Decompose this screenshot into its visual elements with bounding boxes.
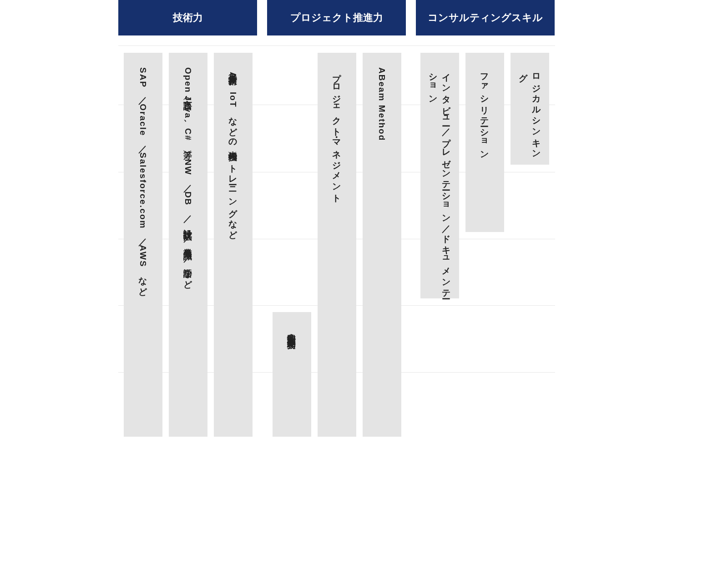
header-project: プロジェクト推進力 xyxy=(267,0,406,35)
grid-area: SAP ／ Oracle ／ Salesforce.com ／ AWS など O… xyxy=(118,35,555,454)
pillar-logical: ロジカルシンキング xyxy=(511,53,549,165)
gridline xyxy=(118,45,555,46)
pillar-abeam-label: ABeam Method xyxy=(375,67,389,141)
pillar-anken-label: 案件管理・契約実務 xyxy=(285,327,298,335)
pillar-logical-label: ロジカルシンキング xyxy=(516,67,543,165)
pillar-interview-label: インタビュー／プレゼンテーション／ドキュメンテーション xyxy=(426,67,453,298)
diagram-container: 技術力 プロジェクト推進力 コンサルティングスキル SAP ／ Oracle ／… xyxy=(118,0,555,454)
header-tech: 技術力 xyxy=(118,0,257,35)
pillar-sap-oracle-label: SAP ／ Oracle ／ Salesforce.com ／ AWS など xyxy=(136,67,150,292)
header-tech-label: 技術力 xyxy=(173,11,203,25)
pillar-abeam: ABeam Method xyxy=(363,53,401,437)
pillar-sap-oracle: SAP ／ Oracle ／ Salesforce.com ／ AWS など xyxy=(124,53,162,437)
pillar-open-lang-label: Open言語（Java、C# 等）／ NW ／ DB ／ 設計技法 ／ 業界知識… xyxy=(182,67,195,285)
header-consulting: コンサルティングスキル xyxy=(416,0,555,35)
pillar-facilitation-label: ファシリテーション xyxy=(478,67,491,156)
pillar-open-lang: Open言語（Java、C# 等）／ NW ／ DB ／ 設計技法 ／ 業界知識… xyxy=(169,53,207,437)
header-row: 技術力 プロジェクト推進力 コンサルティングスキル xyxy=(118,0,555,35)
pillar-latest-tech-label: 最新技術（AI、IoT などの先端技）のトレーニングなど xyxy=(227,67,240,236)
pillar-pm: プロジェクト・マネジメント xyxy=(318,53,356,437)
header-consulting-label: コンサルティングスキル xyxy=(428,11,543,25)
pillar-pm-label: プロジェクト・マネジメント xyxy=(330,67,344,199)
pillar-latest-tech: 最新技術（AI、IoT などの先端技）のトレーニングなど xyxy=(214,53,253,437)
pillar-anken: 案件管理・契約実務 xyxy=(273,312,311,437)
pillar-interview: インタビュー／プレゼンテーション／ドキュメンテーション xyxy=(420,53,459,298)
header-project-label: プロジェクト推進力 xyxy=(290,11,383,25)
pillar-facilitation: ファシリテーション xyxy=(465,53,504,232)
